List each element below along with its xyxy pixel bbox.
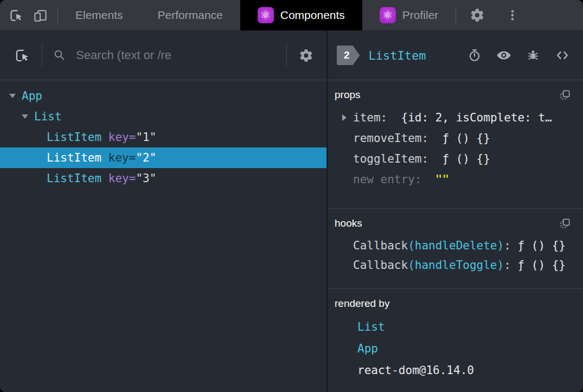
copy-icon [559, 89, 571, 101]
device-toolbar-icon [33, 8, 48, 23]
kv-space [421, 173, 435, 186]
inspect-cursor-icon [14, 48, 30, 63]
devtools-topbar: ElementsPerformance⚛Components⚛Profiler [0, 0, 583, 31]
more-options-button[interactable] [505, 8, 520, 22]
selected-component-name: ListItem [369, 49, 426, 62]
hook-row-handleToggle[interactable]: Callback(handleToggle): ƒ () {} [335, 255, 574, 275]
tree-row-listitem-1[interactable]: ListItem key="1" [0, 127, 326, 147]
hook-type: Callback [353, 259, 408, 272]
bug-icon [526, 48, 540, 62]
owner-link[interactable]: App [357, 342, 378, 355]
owner-link[interactable]: List [357, 320, 385, 333]
prop-row-toggleItem[interactable]: toggleItem: ƒ () {} [335, 149, 574, 169]
hook-value: ƒ () {} [517, 259, 566, 272]
props-section-title: props [335, 89, 361, 101]
attr-space [101, 131, 108, 144]
tab-label: Components [280, 9, 345, 22]
hooks-rows: Callback(handleDelete): ƒ () {}Callback(… [335, 236, 574, 275]
devtools-main: AppListListItem key="1"ListItem key="2"L… [0, 31, 583, 392]
hook-name: (handleDelete) [408, 239, 504, 252]
component-name: ListItem [47, 151, 101, 164]
toolbar-divider-2 [286, 43, 287, 67]
search-input[interactable] [75, 48, 286, 63]
tab-performance[interactable]: Performance [140, 0, 240, 30]
triangle-down-icon [22, 114, 28, 119]
code-brackets-icon [555, 48, 570, 63]
search-field [42, 48, 286, 63]
gear-icon [299, 48, 313, 63]
kv-space [428, 152, 442, 165]
select-element-button[interactable] [14, 48, 30, 63]
attr-key: key= [108, 172, 136, 185]
attr-space [101, 151, 108, 164]
prop-key: toggleItem: [353, 152, 428, 165]
expand-arrow-icon[interactable] [22, 114, 34, 119]
topbar-divider-right [456, 7, 456, 23]
inspect-cursor-icon [9, 8, 23, 23]
devtools-window: ElementsPerformance⚛Components⚛Profiler [0, 0, 583, 392]
component-details-panel: 2 ListItem [326, 31, 583, 392]
inspect-dom-button[interactable] [496, 48, 511, 63]
props-rows: item: {id: 2, isComplete: t…removeItem: … [335, 107, 574, 190]
prop-value[interactable]: {id: 2, isComplete: t… [401, 111, 552, 124]
copy-hooks-button[interactable] [559, 217, 571, 229]
expand-arrow-icon[interactable] [342, 114, 347, 121]
component-name: List [34, 110, 62, 123]
prop-row-item[interactable]: item: {id: 2, isComplete: t… [335, 107, 574, 128]
props-section: props item: {id: 2, isComplete: t…remove… [328, 80, 583, 209]
tree-row-app[interactable]: App [0, 86, 326, 106]
settings-button[interactable] [470, 8, 485, 23]
tree-row-listitem-2[interactable]: ListItem key="2" [0, 147, 326, 168]
tab-components[interactable]: ⚛Components [240, 0, 362, 30]
kv-space [428, 132, 442, 145]
hook-row-handleDelete[interactable]: Callback(handleDelete): ƒ () {} [335, 236, 574, 255]
tab-elements[interactable]: Elements [58, 0, 140, 30]
inspect-element-button[interactable] [9, 8, 23, 23]
topbar-tabs: ElementsPerformance⚛Components⚛Profiler [58, 0, 456, 30]
kv-space [387, 111, 401, 124]
react-atom-icon: ⚛ [258, 7, 274, 23]
attr-value: "1" [136, 131, 156, 144]
prop-value[interactable]: "" [435, 173, 449, 186]
suspend-toggle-button[interactable] [467, 48, 482, 62]
attr-value: "3" [136, 172, 156, 185]
view-settings-button[interactable] [299, 48, 313, 63]
details-actions [467, 48, 570, 63]
hook-colon: : [504, 239, 517, 252]
device-toolbar-button[interactable] [33, 8, 48, 23]
copy-props-button[interactable] [559, 89, 571, 101]
log-data-button[interactable] [526, 48, 540, 62]
hook-name: (handleToggle) [408, 259, 504, 272]
renderer-version: react-dom@16.14.0 [357, 364, 474, 377]
hook-value: ƒ () {} [517, 239, 566, 252]
view-source-button[interactable] [555, 48, 570, 63]
owners-stack-badge[interactable]: 2 [337, 46, 360, 65]
component-name: App [22, 89, 42, 102]
prop-row-removeItem[interactable]: removeItem: ƒ () {} [335, 128, 574, 149]
hook-type: Callback [353, 239, 408, 252]
hooks-section: hooks Callback(handleDelete): ƒ () {}Cal… [328, 209, 583, 289]
attr-space [101, 172, 108, 185]
expand-arrow-icon[interactable] [9, 94, 22, 98]
copy-icon [559, 217, 571, 229]
component-tree: AppListListItem key="1"ListItem key="2"L… [0, 80, 326, 392]
tab-label: Performance [158, 9, 223, 22]
eye-icon [496, 48, 511, 63]
tree-row-list[interactable]: List [0, 106, 326, 127]
tab-label: Elements [75, 9, 123, 22]
attr-value: "2" [136, 151, 156, 164]
prop-row-new-entry[interactable]: new entry: "" [335, 169, 574, 190]
prop-value[interactable]: ƒ () {} [442, 152, 490, 165]
components-tree-panel: AppListListItem key="1"ListItem key="2"L… [0, 31, 326, 392]
hook-colon: : [504, 259, 517, 272]
triangle-down-icon [9, 94, 16, 98]
tab-profiler[interactable]: ⚛Profiler [362, 0, 456, 30]
rendered-by-row-App: App [335, 338, 574, 359]
prop-key: new entry: [353, 173, 421, 186]
prop-key: item: [353, 111, 387, 124]
topbar-actions [459, 0, 530, 30]
prop-value[interactable]: ƒ () {} [442, 132, 490, 145]
details-header: 2 ListItem [328, 31, 583, 80]
tree-row-listitem-3[interactable]: ListItem key="3" [0, 168, 326, 189]
rendered-by-row-react-dom-16-14-0: react-dom@16.14.0 [335, 359, 574, 381]
